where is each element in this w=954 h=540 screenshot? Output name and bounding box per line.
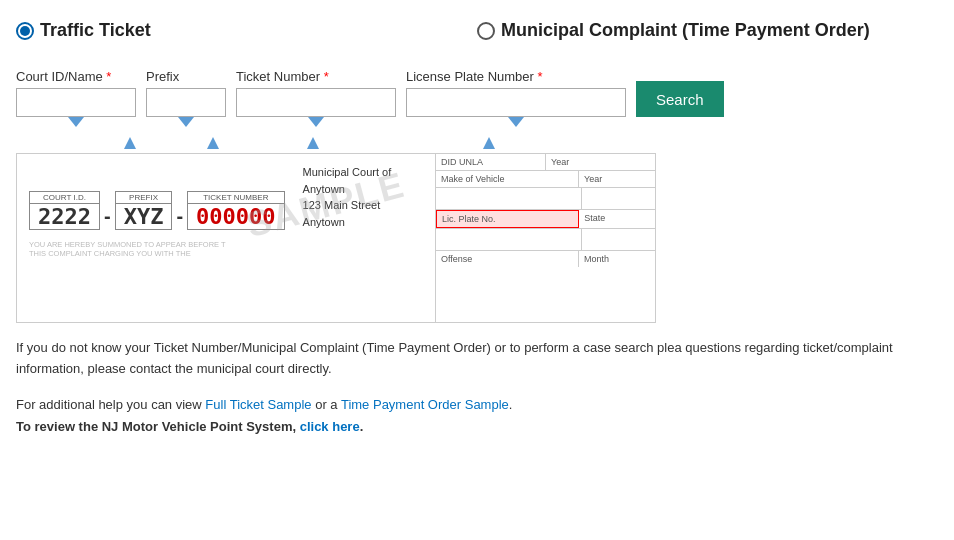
prefix-arrow [207, 137, 219, 149]
state-label-cell: State [579, 210, 655, 228]
license-arrow [483, 137, 495, 149]
month-cell: Month [579, 251, 655, 267]
plate-label-cell: Lic. Plate No. [436, 210, 579, 228]
ticket-arrow [307, 137, 319, 149]
year-label-cell: Year [579, 171, 655, 187]
traffic-ticket-option[interactable]: Traffic Ticket [16, 20, 477, 41]
traffic-ticket-label: Traffic Ticket [40, 20, 151, 41]
court-name: Municipal Court of Anytown [303, 164, 425, 197]
plate-value-cell [436, 229, 582, 250]
summoned-text: YOU ARE HEREBY SUMMONED TO APPEAR BEFORE… [17, 234, 437, 264]
court-city: Anytown [303, 214, 425, 231]
make-year-value-row [436, 188, 655, 210]
did-year-row: DID UNLA Year [436, 154, 655, 171]
help-prefix: For additional help you can view [16, 397, 205, 412]
prefix-box-value: XYZ [116, 204, 172, 229]
prefix-box-label: PREFIX [116, 192, 172, 204]
plate-state-row: Lic. Plate No. State [436, 210, 655, 229]
ticket-input-wrapper [236, 88, 396, 117]
ticket-input[interactable] [236, 88, 396, 117]
court-id-box: COURT I.D. 2222 [29, 191, 100, 230]
ticket-right-section: DID UNLA Year Make of Vehicle Year Lic. … [435, 154, 655, 322]
prefix-box: PREFIX XYZ [115, 191, 173, 230]
license-input-wrapper [406, 88, 626, 117]
sample-ticket-area: COURT I.D. 2222 - PREFIX XYZ - TICKET NU… [16, 137, 656, 322]
license-required-star: * [534, 69, 543, 84]
search-button[interactable]: Search [636, 81, 724, 117]
court-label: Court ID/Name * [16, 69, 136, 84]
municipal-complaint-radio[interactable] [477, 22, 495, 40]
court-id-box-value: 2222 [30, 204, 99, 229]
arrows-container [16, 137, 446, 153]
ticket-diagram-box: COURT I.D. 2222 - PREFIX XYZ - TICKET NU… [16, 153, 656, 323]
make-year-row: Make of Vehicle Year [436, 171, 655, 188]
municipal-complaint-label: Municipal Complaint (Time Payment Order) [501, 20, 870, 41]
make-value-cell [436, 188, 582, 209]
help-text: For additional help you can view Full Ti… [16, 394, 938, 416]
info-text-1: If you do not know your Ticket Number/Mu… [16, 338, 938, 380]
year-value-cell [582, 188, 655, 209]
offense-month-row: Offense Month [436, 251, 655, 267]
mvp-prefix: To review the NJ Motor Vehicle Point Sys… [16, 419, 300, 434]
dash1: - [102, 205, 113, 228]
ticket-number-box-label: TICKET NUMBER [188, 192, 283, 204]
click-here-link[interactable]: click here [300, 419, 360, 434]
court-address: 123 Main Street [303, 197, 425, 214]
prefix-input[interactable] [146, 88, 226, 117]
time-payment-order-link[interactable]: Time Payment Order Sample [341, 397, 509, 412]
ticket-fields-row: COURT I.D. 2222 - PREFIX XYZ - TICKET NU… [17, 154, 437, 234]
info-paragraph-1: If you do not know your Ticket Number/Mu… [16, 338, 938, 380]
search-form: Court ID/Name * Prefix Ticket Number * L… [16, 69, 938, 117]
court-input-wrapper [16, 88, 136, 117]
help-section: For additional help you can view Full Ti… [16, 394, 938, 438]
help-suffix: . [509, 397, 513, 412]
ticket-number-box-value: 000000 [188, 204, 283, 229]
dash2: - [174, 205, 185, 228]
did-cell: DID UNLA [436, 154, 546, 170]
prefix-input-wrapper [146, 88, 226, 117]
court-id-box-label: COURT I.D. [30, 192, 99, 204]
help-mid: or a [312, 397, 341, 412]
municipal-complaint-option[interactable]: Municipal Complaint (Time Payment Order) [477, 20, 938, 41]
radio-options-row: Traffic Ticket Municipal Complaint (Time… [16, 20, 938, 41]
court-required-star: * [103, 69, 112, 84]
summoned-line2: THIS COMPLAINT CHARGING YOU WITH THE [29, 249, 425, 258]
prefix-label: Prefix [146, 69, 226, 84]
ticket-label: Ticket Number * [236, 69, 396, 84]
year-cell: Year [546, 154, 655, 170]
summoned-line1: YOU ARE HEREBY SUMMONED TO APPEAR BEFORE… [29, 240, 425, 249]
ticket-left-section: COURT I.D. 2222 - PREFIX XYZ - TICKET NU… [17, 154, 437, 322]
court-arrow [124, 137, 136, 149]
court-input[interactable] [16, 88, 136, 117]
make-cell: Make of Vehicle [436, 171, 579, 187]
state-value-cell [582, 229, 655, 250]
license-input[interactable] [406, 88, 626, 117]
court-info: Municipal Court of Anytown 123 Main Stre… [303, 164, 425, 230]
prefix-field-group: Prefix [146, 69, 226, 117]
license-label: License Plate Number * [406, 69, 626, 84]
ticket-number-box: TICKET NUMBER 000000 [187, 191, 284, 230]
mvp-paragraph: To review the NJ Motor Vehicle Point Sys… [16, 416, 938, 438]
license-field-group: License Plate Number * [406, 69, 626, 117]
plate-value-row [436, 229, 655, 251]
ticket-field-group: Ticket Number * [236, 69, 396, 117]
court-field-group: Court ID/Name * [16, 69, 136, 117]
full-ticket-sample-link[interactable]: Full Ticket Sample [205, 397, 311, 412]
ticket-required-star: * [320, 69, 329, 84]
mvp-suffix: . [360, 419, 364, 434]
offense-cell: Offense [436, 251, 579, 267]
traffic-ticket-radio[interactable] [16, 22, 34, 40]
